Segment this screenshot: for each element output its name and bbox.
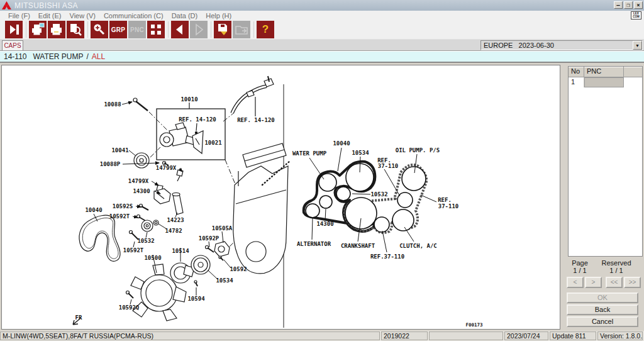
region-date-dropdown[interactable]: EUROPE 2023-06-30 ▼ (480, 40, 643, 50)
belt-label[interactable]: 10534 (352, 150, 369, 156)
page-label: Page (562, 259, 598, 267)
part-label[interactable]: 10534 (216, 277, 233, 284)
mitsubishi-logo-icon (2, 1, 11, 9)
menu-item-communication[interactable]: Communication (C) (104, 12, 164, 19)
part-label[interactable]: 10592P (199, 235, 219, 242)
part-label[interactable]: 10592T (109, 213, 130, 220)
part-label[interactable]: 10040 (85, 207, 102, 213)
belt-label[interactable]: 10532 (370, 191, 387, 197)
menu-item-view[interactable]: View (V) (70, 12, 96, 19)
pnc-col-header (624, 67, 642, 77)
region-date-value: EUROPE 2023-06-30 (484, 42, 554, 49)
diagram-canvas[interactable]: 1008810010REF. 14-120REF. 14-12010021100… (1, 65, 560, 330)
part-label[interactable]: 14223 (167, 217, 184, 223)
window-title: MITSUBISHI ASA (14, 1, 78, 10)
minimize-button[interactable]: – (614, 1, 623, 9)
exit-button[interactable] (5, 21, 23, 38)
part-label[interactable]: 14782 (165, 228, 182, 234)
zoom-button[interactable] (91, 21, 108, 38)
part-label[interactable]: 10594 (187, 296, 205, 302)
part-label[interactable]: 10514 (172, 248, 189, 254)
cancel-button[interactable]: Cancel (567, 316, 638, 327)
belt-label[interactable]: 37-110 (378, 163, 399, 169)
menu-bar: File (F)Edit (E)View (V)Communication (C… (0, 11, 644, 20)
print-button[interactable] (48, 21, 65, 38)
tab-strip: CAPS EUROPE 2023-06-30 ▼ (0, 40, 644, 51)
part-label[interactable]: 10592S (113, 203, 133, 209)
part-label[interactable]: 10500 (144, 255, 161, 261)
part-label[interactable]: 14300 (133, 188, 150, 194)
page-next-button[interactable]: > (585, 277, 602, 288)
crankshaft-pulley (345, 197, 377, 229)
part-label[interactable]: 10010 (180, 96, 197, 103)
pager: Page Reserved 1 / 1 1 / 1 <><<>> (562, 259, 644, 274)
reserved-prev-button[interactable]: << (606, 277, 623, 288)
fr-direction-label[interactable]: FR (75, 314, 82, 321)
tensioner-lower (374, 217, 389, 232)
part-label[interactable]: REF. 14-120 (179, 116, 216, 123)
part-label[interactable]: 14799X (156, 165, 177, 171)
reserved-label: Reserved (598, 259, 635, 267)
back-button[interactable] (171, 21, 189, 38)
belt-label[interactable]: REF.37-110 (370, 253, 404, 260)
belt-label[interactable]: CLUTCH, A/C (399, 243, 437, 249)
figure-code-label[interactable]: F00173 (465, 322, 483, 328)
table-row[interactable]: 1 (569, 77, 642, 87)
work-area: 1008810010REF. 14-120REF. 14-12010021100… (0, 63, 644, 331)
save-button[interactable] (214, 21, 231, 38)
restore-button[interactable]: ❐ (624, 1, 633, 9)
part-label[interactable]: 14799X (128, 178, 149, 184)
part-label[interactable]: 10592 (230, 266, 247, 272)
toolbar-separator (252, 21, 257, 38)
belt-label[interactable]: OIL PUMP. P/S (396, 147, 440, 153)
title-bar: MITSUBISHI ASA –❐× (0, 0, 644, 11)
menu-item-data[interactable]: Data (D) (172, 12, 198, 19)
part-label[interactable]: 10532 (137, 238, 154, 244)
menu-item-edit[interactable]: Edit (E) (38, 12, 62, 19)
lexcom-badge-icon[interactable]: LEX COM (631, 11, 641, 19)
pnc-button: PNC (128, 21, 146, 38)
print-screen-button[interactable] (29, 21, 47, 38)
grid-button[interactable] (147, 21, 165, 38)
row-extra (624, 77, 642, 87)
help-icon: ? (257, 21, 274, 38)
window-controls: –❐× (614, 1, 643, 9)
print-preview-button[interactable] (67, 21, 84, 38)
part-label[interactable]: 10592Q (119, 304, 140, 311)
pnc-col-header: No (569, 67, 584, 77)
row-pnc (584, 77, 624, 87)
help-button[interactable]: ? (257, 21, 274, 38)
grp-button[interactable]: GRP (109, 21, 127, 38)
back-button[interactable]: Back (567, 304, 638, 315)
dropdown-arrow-icon[interactable]: ▼ (633, 41, 642, 50)
belt-label[interactable]: REF. (438, 197, 452, 203)
belt-label[interactable]: CRANKSHAFT (341, 243, 375, 249)
part-label[interactable]: REF. 14-120 (237, 117, 275, 123)
page-prev-button[interactable]: < (567, 277, 584, 288)
toolbar-separator (24, 21, 29, 38)
menu-item-help[interactable]: Help (H) (206, 12, 231, 19)
belt-label[interactable]: ALTERNATOR (297, 241, 331, 247)
close-button[interactable]: × (634, 1, 643, 9)
ok-button: OK (567, 292, 638, 303)
belt-label[interactable]: 14300 (316, 221, 333, 227)
part-label[interactable]: 10088 (104, 101, 121, 108)
part-label[interactable]: 10041 (111, 147, 128, 153)
tab-caps[interactable]: CAPS (2, 40, 23, 50)
belt-label[interactable]: 37-110 (438, 203, 459, 209)
clutch-ac-pulley (392, 209, 414, 231)
breadcrumb: 14-110 WATER PUMP / ALL (0, 52, 644, 63)
reserved-next-button[interactable]: >> (624, 277, 641, 288)
menu-item-file[interactable]: File (F) (8, 12, 30, 19)
section-code: 14-110 (4, 52, 26, 61)
pnc-table[interactable]: NoPNC 1 (568, 66, 643, 257)
part-label[interactable]: 10592T (123, 247, 144, 253)
scope-link[interactable]: ALL (92, 52, 105, 61)
open-button (233, 21, 250, 38)
part-label[interactable]: 10088P (100, 161, 121, 167)
part-label[interactable]: 10021 (204, 140, 221, 146)
belt-label[interactable]: WATER PUMP (292, 150, 327, 157)
part-label[interactable]: 10505A (212, 225, 233, 231)
page-value: 1 / 1 (562, 267, 598, 274)
belt-label[interactable]: 10040 (333, 140, 350, 147)
